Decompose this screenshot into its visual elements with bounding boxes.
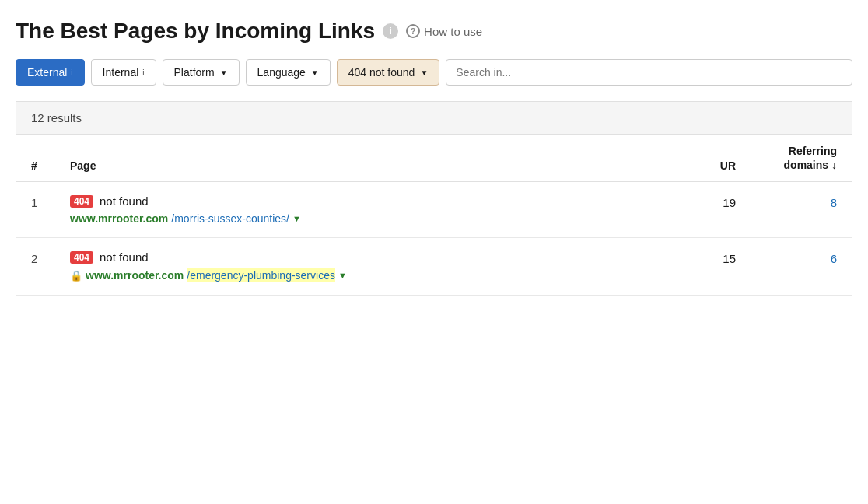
row-ur: 19: [658, 194, 736, 209]
col-referring-domains: Referring domains ↓: [736, 144, 837, 172]
title-row: The Best Pages by Incoming Links i ? How…: [16, 19, 852, 44]
status-line: 404 not found: [70, 250, 658, 264]
badge-404: 404: [70, 251, 93, 264]
page-title: The Best Pages by Incoming Links: [16, 19, 375, 44]
search-input[interactable]: [446, 59, 852, 86]
url-line: 🔒 www.mrrooter.com/emergency-plumbing-se…: [70, 268, 658, 282]
row-num: 1: [31, 194, 70, 209]
row-page: 404 not found www.mrrooter.com/morris-su…: [70, 194, 658, 225]
status-line: 404 not found: [70, 194, 658, 208]
external-label: External: [27, 66, 67, 79]
col-ur: UR: [658, 159, 736, 172]
platform-label: Platform: [174, 66, 215, 79]
internal-label: Internal: [103, 66, 139, 79]
external-filter-btn[interactable]: External i: [16, 59, 85, 86]
row-num: 2: [31, 250, 70, 265]
title-info-icon[interactable]: i: [383, 23, 398, 39]
filters-row: External i Internal i Platform ▼ Languag…: [16, 59, 852, 101]
not-found-chevron-icon: ▼: [420, 68, 428, 77]
lock-icon: 🔒: [70, 270, 82, 282]
not-found-label: 404 not found: [348, 66, 415, 79]
external-info-icon: i: [71, 68, 72, 77]
row-ur: 15: [658, 250, 736, 265]
url-path[interactable]: /emergency-plumbing-services: [187, 268, 335, 282]
internal-info-icon: i: [142, 68, 144, 77]
how-to-use-link[interactable]: ? How to use: [406, 24, 482, 38]
row-rd[interactable]: 8: [736, 194, 837, 209]
col-page: Page: [70, 159, 658, 172]
not-found-filter-btn[interactable]: 404 not found ▼: [337, 59, 440, 86]
url-dropdown-icon[interactable]: ▼: [338, 271, 347, 280]
language-chevron-icon: ▼: [311, 68, 319, 77]
url-dropdown-icon[interactable]: ▼: [292, 214, 301, 223]
badge-404: 404: [70, 195, 93, 208]
table-header: # Page UR Referring domains ↓: [16, 135, 852, 182]
page-container: The Best Pages by Incoming Links i ? How…: [0, 0, 868, 296]
question-icon: ?: [406, 24, 420, 38]
col-hash: #: [31, 159, 70, 172]
platform-filter-btn[interactable]: Platform ▼: [163, 59, 240, 86]
url-line: www.mrrooter.com/morris-sussex-counties/…: [70, 212, 658, 225]
url-domain[interactable]: www.mrrooter.com: [86, 269, 184, 282]
not-found-text: not found: [100, 250, 149, 264]
not-found-text: not found: [100, 194, 149, 208]
url-path[interactable]: /morris-sussex-counties/: [171, 212, 289, 225]
language-filter-btn[interactable]: Language ▼: [246, 59, 331, 86]
language-label: Language: [257, 66, 306, 79]
results-count: 12 results: [31, 111, 82, 124]
table-row: 2 404 not found 🔒 www.mrrooter.com/emerg…: [16, 238, 852, 296]
internal-filter-btn[interactable]: Internal i: [91, 59, 156, 86]
row-rd[interactable]: 6: [736, 250, 837, 265]
table-row: 1 404 not found www.mrrooter.com/morris-…: [16, 182, 852, 238]
url-domain[interactable]: www.mrrooter.com: [70, 212, 168, 225]
how-to-use-label: How to use: [424, 25, 482, 38]
platform-chevron-icon: ▼: [220, 68, 228, 77]
table-container: # Page UR Referring domains ↓ 1 404 not …: [16, 135, 852, 296]
search-input-wrap: [446, 59, 852, 86]
row-page: 404 not found 🔒 www.mrrooter.com/emergen…: [70, 250, 658, 282]
results-count-bar: 12 results: [16, 102, 852, 135]
